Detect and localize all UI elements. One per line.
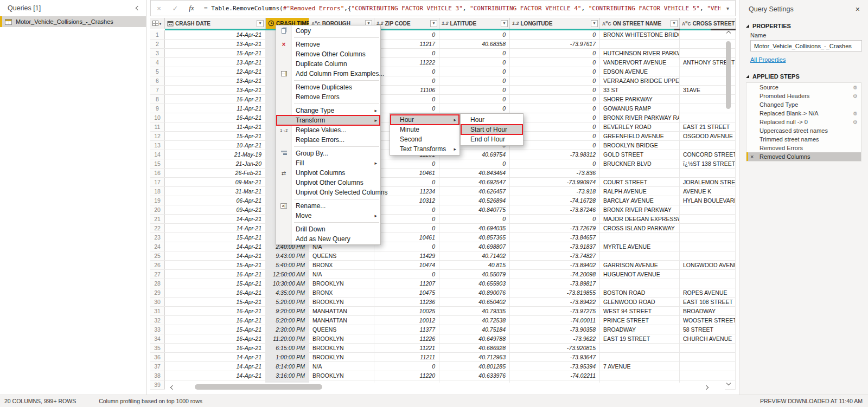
filter-button-longitude[interactable]: ▾ (591, 20, 598, 27)
submenu-arrow-icon: ▸ (374, 213, 377, 218)
menu-item-remove[interactable]: ×Remove (276, 40, 380, 49)
column-header-longitude[interactable]: 1.2LONGITUDE▾ (510, 18, 600, 29)
applied-step-replaced-null-0[interactable]: Replaced null -> 0⚙ (746, 118, 861, 126)
row-number: 36 (150, 353, 165, 361)
menu-item-replace-errors[interactable]: Replace Errors... (276, 135, 380, 145)
applied-steps-section-header[interactable]: APPLIED STEPS (746, 73, 868, 80)
column-header-zip-code[interactable]: 1.2ZIP CODE▾ (374, 18, 439, 29)
scroll-up-icon[interactable] (726, 30, 731, 36)
menu-item-copy[interactable]: Copy (276, 26, 380, 36)
row-number: 8 (150, 95, 165, 104)
cell-borough: BROOKLYN (309, 334, 374, 343)
menu-item-add-as-new-query[interactable]: Add as New Query (276, 234, 380, 244)
table-row: 2815-Apr-2110:30:00 AMBROOKLYN1120740.65… (150, 279, 736, 288)
query-item-motor-vehicle-collisions-crashes[interactable]: Motor_Vehicle_Collisions_-_Crashes (0, 16, 146, 27)
column-header-crash-date[interactable]: CRASH DATE▾ (165, 18, 266, 29)
menu-item-fill[interactable]: Fill▸ (276, 158, 380, 168)
menu-item-replace-values[interactable]: 1→2Replace Values... (276, 125, 380, 135)
menu-item-rename[interactable]: a|Rename... (276, 201, 380, 211)
menu-item-hour[interactable]: Hour▸ (390, 115, 459, 125)
applied-step-removed-errors[interactable]: Removed Errors (746, 144, 861, 152)
menu-item-minute[interactable]: Minute (390, 125, 459, 134)
cell-crash-time: 6:15:00 PM (266, 344, 309, 352)
applied-step-uppercased-street-names[interactable]: Uppercased street names (746, 126, 861, 135)
formula-cancel-button[interactable]: × (151, 4, 167, 12)
step-settings-gear-icon[interactable]: ⚙ (853, 85, 858, 91)
menu-item-unpivot-columns[interactable]: ⇄Unpivot Columns (276, 168, 380, 178)
cell-crash-date: 14-Apr-21 (165, 371, 266, 380)
menu-item-end-of-hour[interactable]: End of Hour (461, 134, 523, 144)
applied-step-trimmed-street-names[interactable]: Trimmed street names (746, 135, 861, 144)
column-header-on-street-name[interactable]: ABCON STREET NAME▾ (600, 18, 680, 29)
menu-item-hour[interactable]: Hour (461, 115, 523, 125)
menu-item-label: Add Column From Examples... (296, 70, 384, 77)
row-number: 2 (150, 40, 165, 48)
cell-longitude: -73.84657 (510, 233, 600, 242)
row-number: 20 (150, 205, 165, 214)
filter-button-zip-code[interactable]: ▾ (430, 20, 437, 27)
collapse-queries-pane-icon[interactable] (136, 6, 140, 10)
applied-step-changed-type[interactable]: Changed Type (746, 100, 861, 109)
table-row: 2315-Apr-211:30:00 PMBRONX1046140.857365… (150, 233, 736, 242)
menu-item-group-by[interactable]: Group By... (276, 148, 380, 158)
cell-longitude: -73.98312 (510, 150, 600, 159)
menu-item-add-column-from-examples[interactable]: Add Column From Examples... (276, 69, 380, 79)
formula-segment: "VEHICLE TYPE CODE 3" (707, 5, 720, 12)
menu-item-duplicate-column[interactable]: Duplicate Column (276, 59, 380, 69)
cell-crash-date: 13-Apr-21 (165, 86, 266, 94)
menu-item-remove-errors[interactable]: Remove Errors (276, 92, 380, 102)
filter-button-latitude[interactable]: ▾ (501, 20, 508, 27)
query-name-field[interactable] (750, 40, 862, 51)
menu-item-change-type[interactable]: Change Type▸ (276, 106, 380, 115)
step-settings-gear-icon[interactable]: ⚙ (853, 119, 858, 125)
vertical-scrollbar-thumb[interactable] (726, 41, 731, 109)
filter-button-crash-date[interactable]: ▾ (257, 20, 264, 27)
cell-zip-code: 0 (374, 362, 439, 371)
applied-step-removed-columns[interactable]: ×Removed Columns (746, 152, 861, 161)
menu-item-move[interactable]: Move▸ (276, 211, 380, 221)
step-settings-gear-icon[interactable]: ⚙ (853, 93, 858, 99)
formula-input[interactable]: = Table.RemoveColumns(#"Removed Errors",… (200, 5, 720, 12)
column-header-cross-street-name[interactable]: ABCCROSS STREET NAME▾ (680, 18, 736, 29)
profiling-status[interactable]: Column profiling based on top 1000 rows (99, 398, 202, 404)
menu-separator (276, 36, 380, 40)
menu-item-remove-duplicates[interactable]: Remove Duplicates (276, 82, 380, 92)
step-settings-gear-icon[interactable]: ⚙ (853, 111, 858, 117)
select-all-header[interactable]: ▾ (150, 18, 165, 29)
cell-latitude: 40.79335 (439, 307, 510, 315)
menu-item-second[interactable]: Second (390, 134, 459, 144)
cell-on-street-name: BEVERLEY ROAD (600, 122, 680, 131)
menu-item-text-transforms[interactable]: Text Transforms▸ (390, 144, 459, 154)
menu-item-remove-other-columns[interactable]: Remove Other Columns (276, 49, 380, 59)
vertical-scrollbar[interactable] (724, 30, 733, 386)
properties-section-header[interactable]: PROPERTIES (746, 23, 868, 29)
all-properties-link[interactable]: All Properties (750, 56, 786, 63)
menu-item-unpivot-only-selected-columns[interactable]: Unpivot Only Selected Columns (276, 188, 380, 197)
formula-expand-chevron-icon[interactable]: ▾ (720, 5, 735, 11)
applied-step-replaced-blank-n-a[interactable]: Replaced Blank-> N/A⚙ (746, 109, 861, 118)
column-header-latitude[interactable]: 1.2LATITUDE▾ (439, 18, 510, 29)
horizontal-scrollbar-thumb[interactable] (195, 384, 322, 390)
row-number: 23 (150, 233, 165, 242)
close-icon[interactable]: × (856, 5, 860, 14)
filter-button-on-street-name[interactable]: ▾ (671, 20, 678, 27)
scroll-left-icon[interactable] (169, 384, 176, 391)
formula-commit-button[interactable]: ✓ (167, 4, 183, 12)
menu-item-unpivot-other-columns[interactable]: Unpivot Other Columns (276, 178, 380, 188)
cell-zip-code: 10461 (374, 169, 439, 177)
table-row: 2009-Apr-21040.840775-73.87246BRONX RIVE… (150, 205, 736, 215)
menu-item-transform[interactable]: Transform▸ (276, 115, 380, 125)
cell-zip-code: 11221 (374, 344, 439, 352)
applied-step-promoted-headers[interactable]: Promoted Headers⚙ (746, 92, 861, 100)
delete-step-icon[interactable]: × (750, 153, 754, 160)
menu-item-start-of-hour[interactable]: Start of Hour (461, 125, 523, 134)
cell-on-street-name: PRINCE STREET (600, 316, 680, 325)
cell-longitude: 0 (510, 58, 600, 67)
horizontal-scrollbar[interactable] (165, 383, 725, 392)
cell-crash-time: 5:20:00 PM (266, 298, 309, 306)
menu-item-drill-down[interactable]: Drill Down (276, 224, 380, 234)
applied-step-source[interactable]: Source⚙ (746, 83, 861, 92)
cell-crash-time: 9:43:00 PM (266, 251, 309, 260)
scroll-down-icon[interactable] (726, 380, 731, 386)
scroll-right-icon[interactable] (703, 384, 710, 391)
